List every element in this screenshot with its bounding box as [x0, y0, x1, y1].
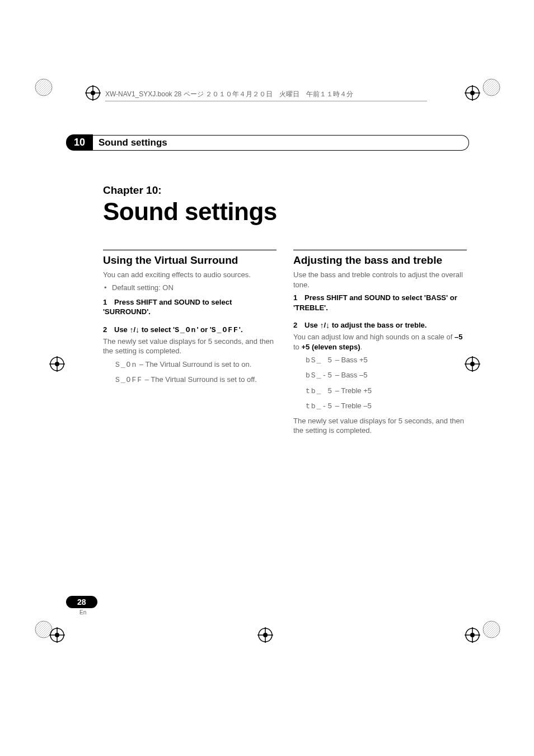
crop-mark-icon: [49, 627, 65, 643]
option-on: S_On – The Virtual Surround is set to on…: [115, 360, 277, 370]
right-column: Adjusting the bass and treble Use the ba…: [293, 249, 467, 439]
body-text: You can adjust low and high sounds on a …: [293, 332, 467, 352]
range-low: –5: [455, 333, 462, 341]
body-text: The newly set value displays for 5 secon…: [293, 416, 467, 436]
book-file-header: XW-NAV1_SYXJ.book 28 ページ ２０１０年４月２０日 火曜日 …: [105, 90, 427, 101]
segment-display: S_OFF: [212, 326, 239, 334]
registration-corner-tr: [483, 78, 500, 96]
option-off: S_OFF – The Virtual Surround is set to o…: [115, 375, 277, 385]
svg-point-35: [263, 633, 268, 637]
body-text: You can add exciting effects to audio so…: [103, 270, 277, 280]
step-2-or: ' or ': [196, 325, 211, 334]
range-high: +5 (eleven steps): [301, 343, 360, 351]
crop-mark-icon: [49, 356, 65, 372]
step-1-text: Press SHIFT and SOUND to select 'SURROUN…: [103, 298, 232, 316]
option-desc: – Treble –5: [333, 402, 372, 410]
page-number-badge: 28: [66, 596, 97, 608]
step-1: 1Press SHIFT and SOUND to select 'SURROU…: [103, 297, 277, 317]
section-title-virtual-surround: Using the Virtual Surround: [103, 254, 277, 267]
step-2-prefix: Use: [305, 321, 320, 329]
left-column: Using the Virtual Surround You can add e…: [103, 249, 277, 439]
page-title: Sound settings: [103, 198, 469, 226]
chapter-bar-title: Sound settings: [93, 135, 469, 151]
option-desc: – Bass –5: [333, 371, 367, 379]
chapter-number-badge: 10: [66, 134, 93, 151]
option-desc: – The Virtual Surround is set to off.: [143, 375, 257, 384]
range-pre: You can adjust low and high sounds on a …: [293, 333, 455, 341]
option-desc: – Treble +5: [333, 386, 372, 395]
option-desc: – Bass +5: [333, 356, 368, 364]
section-rule: [293, 249, 467, 251]
option-desc: – The Virtual Surround is set to on.: [137, 360, 251, 368]
option-bass-plus5: bS_ 5 – Bass +5: [306, 355, 467, 366]
step-2-mid: to select ': [139, 325, 175, 334]
crop-mark-icon: [257, 627, 273, 643]
section-title-bass-treble: Adjusting the bass and treble: [293, 254, 467, 267]
svg-point-31: [470, 633, 475, 637]
segment-display: tb_-5: [306, 402, 333, 410]
step-2-prefix: Use: [114, 325, 129, 334]
step-2: 2Use ↑/↓ to select 'S_On' or 'S_OFF'.: [103, 325, 277, 335]
svg-point-23: [470, 362, 475, 366]
range-to: to: [293, 343, 301, 351]
option-bass-minus5: bS_-5 – Bass –5: [306, 370, 467, 381]
up-arrow-icon: ↑: [320, 321, 324, 330]
step-2-end: '.: [239, 325, 243, 334]
crop-mark-icon: [465, 627, 480, 643]
crop-mark-icon: [85, 85, 101, 101]
option-treble-plus5: tb_ 5 – Treble +5: [306, 386, 467, 396]
bullet-default-setting: Default setting: ON: [112, 283, 277, 292]
step-2: 2Use ↑/↓ to adjust the bass or treble.: [293, 320, 467, 331]
chapter-label: Chapter 10:: [103, 184, 469, 197]
step-2-suffix: to adjust the bass or treble.: [330, 321, 427, 329]
chapter-header: 10 Sound settings: [66, 134, 469, 151]
svg-point-7: [483, 621, 500, 638]
page-footer: 28 En: [66, 596, 97, 615]
step-1: 1Press SHIFT and SOUND to select 'BASS' …: [293, 293, 467, 312]
svg-point-11: [91, 91, 95, 95]
segment-display: bS_-5: [306, 371, 333, 380]
option-treble-minus5: tb_-5 – Treble –5: [306, 401, 467, 412]
svg-point-27: [55, 633, 59, 637]
registration-corner-br: [483, 620, 500, 638]
registration-corner-tl: [35, 78, 53, 96]
segment-display: S_On: [175, 326, 196, 334]
svg-point-1: [35, 79, 52, 96]
segment-display: bS_ 5: [306, 356, 333, 365]
body-text: Use the bass and treble controls to adju…: [293, 270, 467, 290]
svg-point-3: [483, 79, 500, 96]
segment-display: tb_ 5: [306, 387, 333, 395]
svg-point-15: [470, 91, 475, 95]
svg-point-19: [55, 362, 59, 366]
up-arrow-icon: ↑: [129, 325, 133, 334]
step-1-text: Press SHIFT and SOUND to select 'BASS' o…: [293, 293, 457, 312]
section-rule: [103, 249, 277, 251]
crop-mark-icon: [465, 85, 480, 101]
segment-display: S_OFF: [115, 376, 143, 384]
page-language: En: [79, 609, 97, 615]
segment-display: S_On: [115, 361, 137, 369]
body-text: The newly set value displays for 5 secon…: [103, 337, 277, 356]
range-period: .: [360, 343, 363, 351]
